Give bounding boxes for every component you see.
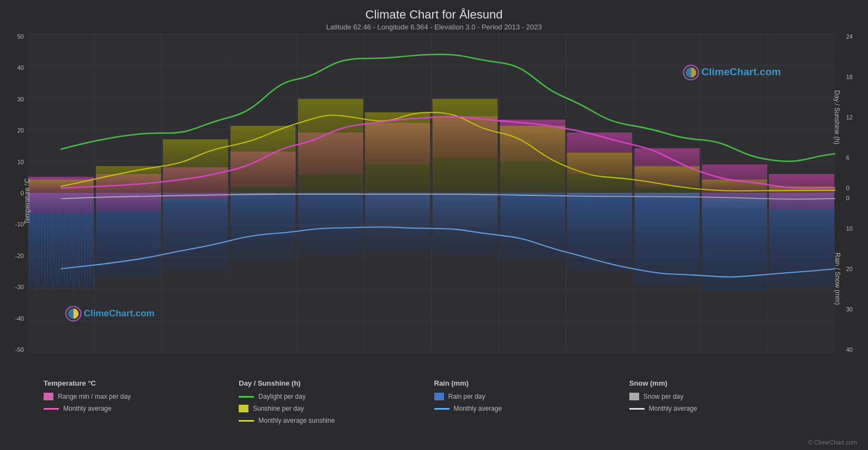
svg-rect-25 (163, 193, 228, 272)
legend-snow-avg-label: Monthly average (649, 405, 697, 412)
svg-rect-58 (163, 139, 228, 193)
legend-rain: Rain (mm) Rain per day Monthly average (434, 379, 629, 445)
page-wrapper: Climate Chart for Ålesund Latitude 62.46… (0, 0, 868, 450)
svg-rect-32 (634, 193, 700, 286)
legend-temperature: Temperature °C Range min / max per day M… (44, 379, 239, 445)
svg-rect-43 (567, 193, 632, 197)
legend-temp-title: Temperature °C (44, 379, 239, 387)
legend-temp-avg-label: Monthly average (63, 405, 112, 412)
svg-text:ClimeChart.com: ClimeChart.com (84, 308, 155, 319)
y-axis-right-bottom-numbers: 010203040 (846, 185, 853, 353)
main-chart: 50 40 30 20 10 0 -10 -20 -30 -40 -50 24 … (27, 33, 835, 353)
chart-subtitle: Latitude 62.46 - Longitude 6.364 - Eleva… (0, 23, 868, 31)
svg-rect-60 (298, 99, 363, 193)
legend-daylight-title: Day / Sunshine (h) (239, 379, 434, 387)
legend-snow-avg: Monthly average (629, 405, 824, 412)
legend-snow-avg-line (629, 408, 645, 410)
svg-text:ClimeChart.com: ClimeChart.com (701, 66, 781, 77)
svg-rect-28 (365, 193, 430, 252)
svg-rect-29 (433, 193, 498, 255)
legend-daylight: Day / Sunshine (h) Daylight per day Suns… (239, 379, 434, 445)
legend-rain-avg-label: Monthly average (454, 405, 502, 412)
legend-sunshine-label: Sunshine per day (253, 405, 304, 412)
legend-snow-per-day: Snow per day (629, 393, 824, 400)
y-axis-left-label: Temperature °C (23, 178, 31, 224)
svg-rect-57 (96, 166, 161, 193)
svg-rect-26 (230, 193, 296, 260)
svg-rect-61 (365, 112, 430, 193)
legend-rain-avg-line (434, 408, 450, 410)
legend-daylight-per-day: Daylight per day (239, 393, 434, 400)
legend-daylight-line (239, 396, 254, 398)
y-axis-left-numbers: 5040302010 0-10-20-30-40-50 (15, 33, 24, 353)
copyright: © ClimeChart.com (808, 439, 857, 446)
legend-snow-swatch (629, 393, 639, 400)
legend-temp-range-label: Range min / max per day (58, 393, 131, 400)
legend-daylight-label: Daylight per day (258, 393, 306, 400)
legend-snow: Snow (mm) Snow per day Monthly average ©… (629, 379, 824, 445)
legend-area: Temperature °C Range min / max per day M… (0, 374, 868, 450)
svg-rect-65 (634, 166, 700, 193)
legend-sunshine-avg: Monthly average sunshine (239, 417, 434, 424)
legend-temp-range: Range min / max per day (44, 393, 239, 400)
legend-snow-title: Snow (mm) (629, 379, 824, 387)
y-axis-right-top-numbers: 24181260 (846, 33, 853, 201)
svg-rect-31 (567, 193, 632, 272)
chart-header: Climate Chart for Ålesund Latitude 62.46… (0, 0, 868, 33)
legend-rain-per-day: Rain per day (434, 393, 629, 400)
svg-rect-30 (500, 193, 566, 260)
chart-title: Climate Chart for Ålesund (0, 8, 868, 22)
legend-sunshine-avg-label: Monthly average sunshine (258, 417, 335, 424)
legend-sunshine-avg-line (239, 420, 254, 422)
legend-rain-title: Rain (mm) (434, 379, 629, 387)
svg-rect-27 (298, 193, 363, 255)
y-axis-right-bottom-label: Rain / Snow (mm) (834, 253, 841, 305)
legend-temp-avg-line (44, 408, 59, 410)
legend-rain-avg: Monthly average (434, 405, 629, 412)
legend-rain-label: Rain per day (448, 393, 485, 400)
svg-rect-64 (567, 153, 632, 193)
legend-sunshine-swatch (239, 405, 248, 412)
legend-snow-label: Snow per day (644, 393, 683, 400)
legend-temp-avg: Monthly average (44, 405, 239, 412)
y-axis-right-top-label: Day / Sunshine (h) (833, 90, 840, 144)
legend-sunshine-per-day: Sunshine per day (239, 405, 434, 412)
legend-temp-range-swatch (44, 393, 53, 400)
legend-rain-swatch (434, 393, 444, 400)
